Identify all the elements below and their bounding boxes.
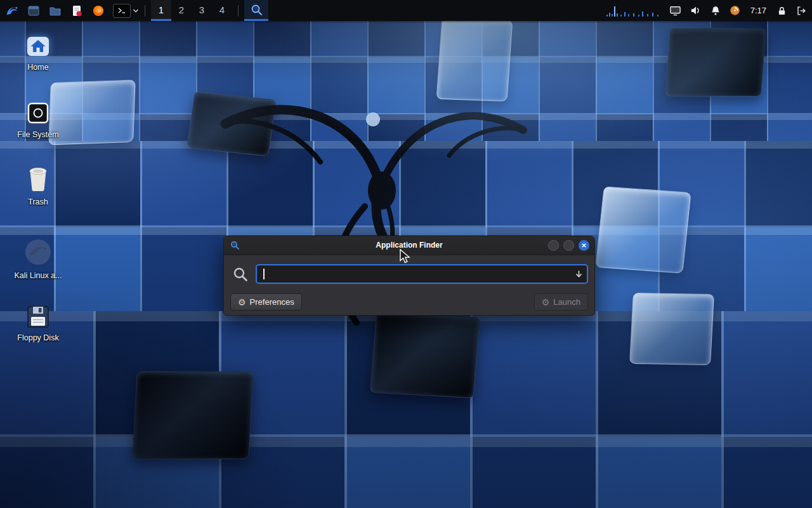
- terminal-dropdown-button[interactable]: [113, 4, 139, 18]
- preferences-label: Preferences: [250, 297, 294, 307]
- workspace-label: 1: [159, 4, 164, 15]
- magnifier-icon: [251, 4, 263, 16]
- workspace-button-2[interactable]: 2: [171, 0, 192, 21]
- chevron-down-icon: [133, 8, 139, 14]
- workspace-label: 3: [199, 4, 204, 15]
- terminal-icon: [113, 4, 131, 18]
- floppy-disk-icon: [26, 305, 50, 329]
- window-title: Application Finder: [224, 236, 594, 255]
- text-caret: [263, 269, 265, 279]
- panel-separator: [238, 5, 239, 17]
- firefox-icon: [92, 4, 105, 17]
- workspace-label: 2: [179, 4, 184, 15]
- maximize-button[interactable]: [563, 240, 574, 251]
- applications-menu-button[interactable]: [1, 0, 23, 21]
- panel-separator: [145, 5, 145, 17]
- folder-icon: [49, 4, 62, 17]
- wallpaper-cube: [595, 186, 691, 273]
- window-buttons: ✕: [548, 240, 589, 251]
- system-tray: 7:17: [605, 0, 807, 21]
- desktop-icon-label: Home: [27, 63, 48, 72]
- desktop-icon-floppy-disk[interactable]: Floppy Disk: [8, 305, 69, 342]
- desktop-icon-label: Trash: [28, 197, 48, 206]
- workspace-button-4[interactable]: 4: [212, 0, 232, 21]
- panel-left-group: 1 2 3 4: [1, 0, 268, 21]
- wallpaper-cube: [629, 293, 714, 365]
- window-icon: [27, 4, 40, 17]
- dialog-button-row: ⚙ Preferences ⚙ Launch: [224, 293, 594, 311]
- workspace-label: 4: [219, 4, 225, 15]
- desktop-icon-kali-linux[interactable]: Kali Linux a...: [8, 237, 69, 280]
- desktop-icon-home[interactable]: Home: [8, 36, 69, 72]
- desktop-icon-label: File System: [17, 130, 58, 139]
- wallpaper-cube: [665, 28, 766, 97]
- close-icon: ✕: [581, 243, 586, 249]
- close-button[interactable]: ✕: [579, 240, 589, 251]
- desktop-icon-label: Floppy Disk: [17, 333, 58, 342]
- tray-status-icon[interactable]: [730, 5, 740, 16]
- file-manager-launcher[interactable]: [23, 0, 44, 21]
- preferences-gear-icon: ⚙: [238, 298, 246, 307]
- volume-tray-icon[interactable]: [690, 4, 702, 17]
- panel-clock[interactable]: 7:17: [750, 6, 766, 15]
- workspace-button-1[interactable]: 1: [151, 0, 171, 21]
- preferences-button[interactable]: ⚙ Preferences: [230, 293, 302, 311]
- cpu-graph[interactable]: [605, 4, 661, 17]
- window-titlebar[interactable]: Application Finder ✕: [224, 236, 594, 255]
- display-settings-tray-icon[interactable]: [669, 4, 681, 17]
- logout-icon[interactable]: [796, 5, 807, 17]
- home-icon: [25, 36, 51, 58]
- desktop-icon-label: Kali Linux a...: [14, 271, 62, 280]
- file-system-icon: [26, 102, 50, 126]
- workspace-button-3[interactable]: 3: [192, 0, 212, 21]
- document-icon: [70, 4, 83, 17]
- kali-menu-icon: [5, 4, 19, 18]
- minimize-button[interactable]: [548, 240, 559, 251]
- wallpaper-cube: [132, 371, 253, 459]
- kali-installer-icon: [23, 237, 53, 267]
- desktop-icon-trash[interactable]: Trash: [8, 166, 69, 206]
- desktop-icon-file-system[interactable]: File System: [8, 102, 69, 139]
- top-panel: 1 2 3 4: [0, 0, 812, 21]
- tasklist-application-finder[interactable]: [244, 0, 268, 21]
- desktop-screen: 1 2 3 4: [0, 0, 812, 508]
- trash-icon: [27, 166, 49, 193]
- text-editor-launcher[interactable]: [66, 0, 88, 21]
- search-input[interactable]: [256, 264, 588, 284]
- launch-gear-icon: ⚙: [542, 298, 550, 307]
- notifications-bell-icon[interactable]: [710, 5, 721, 17]
- search-icon: [232, 266, 249, 283]
- folder-launcher[interactable]: [44, 0, 66, 21]
- screen-lock-icon[interactable]: [776, 5, 787, 17]
- search-row: [224, 255, 594, 284]
- application-finder-window: Application Finder ✕: [223, 236, 595, 316]
- search-input-wrap: [256, 264, 588, 284]
- launch-label: Launch: [553, 297, 580, 307]
- firefox-launcher[interactable]: [88, 0, 109, 21]
- launch-button[interactable]: ⚙ Launch: [534, 293, 588, 311]
